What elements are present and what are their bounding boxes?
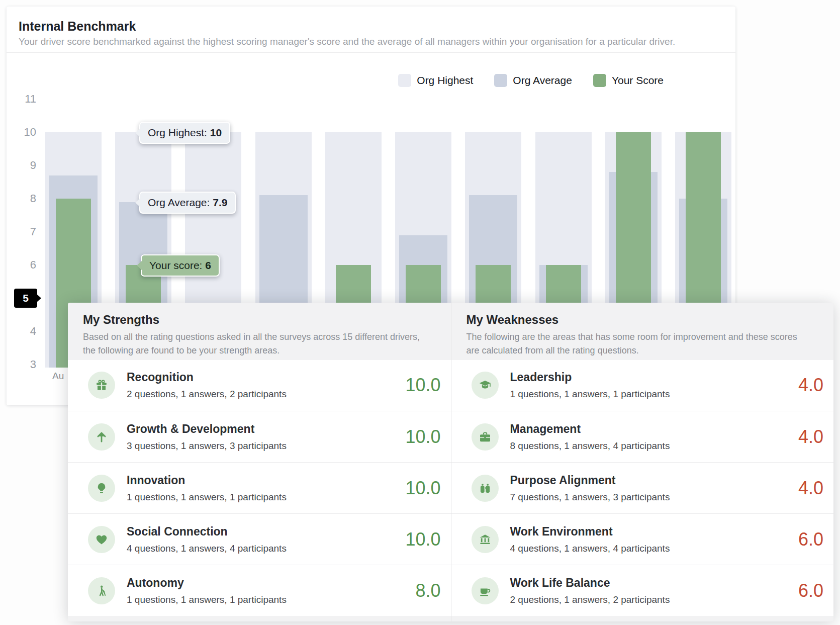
driver-meta: 7 questions, 1 answers, 3 participants	[510, 492, 792, 503]
graduation-cap-icon	[479, 379, 492, 392]
driver-row-innovation[interactable]: Innovation1 questions, 1 answers, 1 part…	[68, 462, 451, 513]
driver-meta: 1 questions, 1 answers, 1 participants	[127, 492, 399, 503]
driver-row-text: Leadership1 questions, 1 answers, 1 part…	[510, 371, 792, 400]
driver-row-management[interactable]: Management8 questions, 1 answers, 4 part…	[451, 411, 834, 462]
driver-score: 6.0	[798, 529, 823, 550]
legend-label: Org Highest	[417, 74, 473, 86]
driver-row-work-environment[interactable]: Work Environment4 questions, 1 answers, …	[451, 513, 834, 565]
driver-row-growth-development[interactable]: Growth & Development3 questions, 1 answe…	[68, 411, 451, 462]
icon-circle	[472, 423, 499, 451]
driver-row-text: Purpose Alignment7 questions, 1 answers,…	[510, 474, 792, 503]
driver-meta: 2 questions, 1 answers, 2 participants	[510, 594, 792, 605]
driver-title: Innovation	[127, 474, 399, 487]
driver-score: 6.0	[798, 580, 823, 601]
driver-score: 4.0	[798, 426, 823, 448]
driver-row-social-connection[interactable]: Social Connection4 questions, 1 answers,…	[68, 513, 451, 565]
driver-title: Management	[510, 422, 792, 436]
driver-score: 10.0	[405, 529, 440, 550]
driver-meta: 4 questions, 1 answers, 4 participants	[510, 543, 792, 554]
driver-score: 8.0	[415, 580, 440, 601]
driver-row-leadership[interactable]: Leadership1 questions, 1 answers, 1 part…	[451, 360, 834, 411]
driver-meta: 2 questions, 1 answers, 2 participants	[127, 389, 399, 400]
page-title: Internal Benchmark	[19, 7, 723, 33]
weaknesses-list: Leadership1 questions, 1 answers, 1 part…	[451, 359, 834, 616]
driver-row-text: Autonomy1 questions, 1 answers, 1 partic…	[127, 576, 409, 605]
icon-circle	[472, 526, 499, 553]
driver-meta: 3 questions, 1 answers, 3 participants	[127, 440, 399, 452]
legend-item-your-score[interactable]: Your Score	[593, 74, 664, 87]
icon-circle	[472, 475, 499, 502]
driver-score: 10.0	[405, 375, 440, 396]
driver-title: Growth & Development	[127, 422, 399, 436]
driver-row-work-life-balance[interactable]: Work Life Balance2 questions, 1 answers,…	[451, 565, 834, 616]
weaknesses-title: My Weaknesses	[466, 313, 820, 327]
driver-row-text: Work Environment4 questions, 1 answers, …	[510, 525, 792, 554]
strengths-list: Recognition2 questions, 1 answers, 2 par…	[68, 359, 451, 616]
driver-row-text: Management8 questions, 1 answers, 4 part…	[510, 422, 792, 452]
legend-swatch	[593, 74, 606, 87]
icon-circle	[472, 372, 499, 399]
driver-meta: 1 questions, 1 answers, 1 participants	[127, 594, 409, 605]
icon-circle	[88, 526, 115, 553]
legend-label: Org Average	[513, 74, 572, 86]
driver-score: 4.0	[798, 375, 823, 396]
strengths-title: My Strengths	[83, 313, 437, 327]
driver-title: Social Connection	[127, 525, 399, 539]
weaknesses-header: My Weaknesses The following are the area…	[451, 303, 834, 359]
driver-meta: 1 questions, 1 answers, 1 participants	[510, 389, 792, 400]
weaknesses-subtitle: The following are the areas that has som…	[466, 330, 808, 358]
legend-swatch	[494, 74, 507, 87]
gift-icon	[95, 379, 108, 392]
legend-label: Your Score	[612, 74, 664, 86]
lightbulb-icon	[95, 482, 108, 495]
arrow-up-icon	[95, 430, 108, 443]
page-subtitle: Your driver score benchmarked against th…	[19, 36, 723, 47]
driver-meta: 4 questions, 1 answers, 4 participants	[127, 543, 399, 554]
benchmark-card-header: Internal Benchmark Your driver score ben…	[7, 7, 735, 53]
driver-score: 4.0	[798, 478, 823, 499]
driver-score: 10.0	[405, 478, 440, 499]
driver-row-text: Growth & Development3 questions, 1 answe…	[127, 422, 399, 452]
chart-legend: Org HighestOrg AverageYour Score	[398, 74, 664, 87]
driver-row-text: Work Life Balance2 questions, 1 answers,…	[510, 576, 792, 605]
bank-icon	[479, 533, 492, 546]
strengths-subtitle: Based on all the rating questions asked …	[83, 330, 425, 358]
legend-item-org-average[interactable]: Org Average	[494, 74, 572, 87]
coffee-cup-icon	[479, 584, 492, 597]
driver-row-autonomy[interactable]: Autonomy1 questions, 1 answers, 1 partic…	[68, 565, 451, 616]
icon-circle	[88, 372, 115, 399]
icon-circle	[88, 475, 115, 502]
driver-title: Leadership	[510, 371, 792, 384]
driver-row-text: Innovation1 questions, 1 answers, 1 part…	[127, 474, 399, 503]
strengths-header: My Strengths Based on all the rating que…	[68, 303, 451, 359]
weaknesses-panel: My Weaknesses The following are the area…	[451, 303, 834, 621]
heart-icon	[95, 533, 108, 546]
driver-row-text: Social Connection4 questions, 1 answers,…	[127, 525, 399, 554]
person-cane-icon	[95, 584, 108, 597]
driver-score: 10.0	[405, 426, 440, 448]
binoculars-icon	[479, 482, 492, 495]
driver-row-text: Recognition2 questions, 1 answers, 2 par…	[127, 371, 399, 400]
driver-meta: 8 questions, 1 answers, 4 participants	[510, 440, 792, 452]
icon-circle	[88, 577, 115, 604]
briefcase-icon	[479, 430, 492, 443]
strengths-panel: My Strengths Based on all the rating que…	[68, 303, 451, 621]
dashboard: Internal Benchmark Your driver score ben…	[0, 0, 840, 625]
driver-title: Work Life Balance	[510, 576, 792, 590]
legend-item-org-highest[interactable]: Org Highest	[398, 74, 473, 87]
driver-title: Recognition	[127, 371, 399, 384]
driver-row-recognition[interactable]: Recognition2 questions, 1 answers, 2 par…	[68, 360, 451, 411]
legend-swatch	[398, 74, 411, 87]
driver-row-purpose-alignment[interactable]: Purpose Alignment7 questions, 1 answers,…	[451, 462, 834, 513]
icon-circle	[88, 423, 115, 451]
driver-title: Purpose Alignment	[510, 474, 792, 487]
insights-card: My Strengths Based on all the rating que…	[68, 303, 833, 621]
icon-circle	[472, 577, 499, 604]
driver-title: Autonomy	[127, 576, 409, 590]
driver-title: Work Environment	[510, 525, 792, 539]
